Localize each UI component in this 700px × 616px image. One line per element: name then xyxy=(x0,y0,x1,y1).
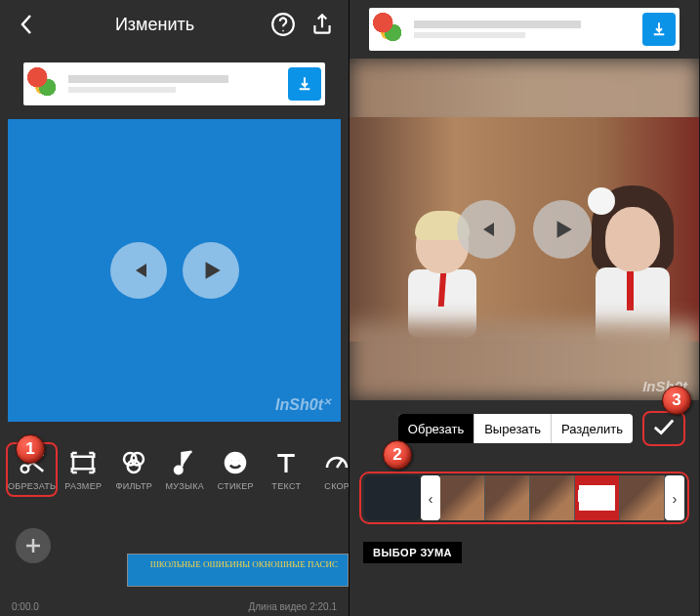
play-button[interactable] xyxy=(183,242,239,299)
ad-banner[interactable] xyxy=(369,8,679,51)
play-button[interactable] xyxy=(533,200,592,259)
annotation-badge-2: 2 xyxy=(383,440,412,470)
trim-clips[interactable]: ЕЛАЙ С xyxy=(440,475,665,520)
help-icon[interactable] xyxy=(270,12,296,37)
ad-download-button[interactable] xyxy=(642,13,676,46)
svg-point-7 xyxy=(128,461,141,473)
timeline[interactable]: ШКОЛЬНЫЕ ОШИБИНЫ ОКНОШНЫЕ ПАСИС xyxy=(0,554,349,593)
timeline-footer: 0:00.0 Длина видео 2:20.1 xyxy=(0,601,349,612)
segment-cut[interactable]: Вырезать xyxy=(474,414,552,443)
editor-main-screen: Изменить InSh0t✕ ОБРЕЗАТЬ xyxy=(0,0,350,616)
ad-text xyxy=(68,75,282,93)
svg-point-8 xyxy=(225,452,247,474)
segment-split[interactable]: Разделить xyxy=(552,414,633,443)
video-preview[interactable]: InSh0t✕ xyxy=(8,119,341,422)
tool-filter[interactable]: ФИЛЬТР xyxy=(108,448,159,491)
text-icon xyxy=(271,448,301,477)
video-preview[interactable]: InSh0t xyxy=(350,59,699,400)
music-note-icon xyxy=(170,448,199,477)
svg-point-3 xyxy=(21,466,28,473)
zoom-select-label[interactable]: ВЫБОР ЗУМА xyxy=(363,542,462,563)
ad-banner[interactable] xyxy=(23,62,325,105)
tool-text[interactable]: ТЕКСТ xyxy=(261,448,311,491)
trim-mode-segment: Обрезать Вырезать Разделить xyxy=(398,414,633,443)
annotation-badge-1: 1 xyxy=(16,434,45,464)
trim-timeline[interactable]: ‹ ЕЛАЙ С › xyxy=(359,472,689,524)
speed-gauge-icon xyxy=(322,448,349,477)
ad-download-button[interactable] xyxy=(288,67,321,101)
share-icon[interactable] xyxy=(309,12,335,37)
top-bar: Изменить xyxy=(0,0,349,49)
filter-icon xyxy=(119,448,148,477)
tool-speed[interactable]: СКОР xyxy=(311,448,349,491)
tool-sticker[interactable]: СТИКЕР xyxy=(210,448,261,491)
segment-trim[interactable]: Обрезать xyxy=(398,414,474,443)
timeline-clip[interactable]: ШКОЛЬНЫЕ ОШИБИНЫ ОКНОШНЫЕ ПАСИС xyxy=(127,554,349,587)
svg-rect-4 xyxy=(73,457,93,470)
confirm-button[interactable] xyxy=(642,411,685,446)
trim-handle-left[interactable]: ‹ xyxy=(421,475,440,520)
back-button[interactable] xyxy=(14,12,39,37)
ad-logo-icon xyxy=(27,67,61,101)
svg-point-10 xyxy=(238,459,241,462)
timeline-caption-overlay: ШКОЛЬНЫЕ ОШИБИНЫ ОКНОШНЫЕ ПАСИС xyxy=(150,560,338,569)
svg-point-9 xyxy=(230,459,233,462)
svg-point-1 xyxy=(282,30,284,32)
annotation-badge-3: 3 xyxy=(662,386,691,415)
trim-handle-right[interactable]: › xyxy=(665,475,684,520)
clip-sign-text: ЕЛАЙ С xyxy=(578,490,613,502)
prev-frame-button[interactable] xyxy=(110,242,167,299)
time-start: 0:00.0 xyxy=(12,601,39,612)
editor-toolbar: ОБРЕЗАТЬ РАЗМЕР ФИЛЬТР МУЗЫКА СТИКЕР ТЕК… xyxy=(0,437,349,502)
sticker-smile-icon xyxy=(221,448,250,477)
tool-music[interactable]: МУЗЫКА xyxy=(159,448,210,491)
watermark[interactable]: InSh0t✕ xyxy=(275,396,331,414)
duration-label: Длина видео 2:20.1 xyxy=(249,601,338,612)
screen-title: Изменить xyxy=(115,15,194,35)
canvas-size-icon xyxy=(68,448,98,477)
trim-screen: InSh0t Обрезать Вырезать Разделить ‹ ЕЛА… xyxy=(350,0,699,616)
ad-text xyxy=(414,21,637,38)
trim-blank-left xyxy=(364,475,421,520)
prev-frame-button[interactable] xyxy=(457,200,515,259)
ad-logo-icon xyxy=(373,13,406,46)
tool-canvas[interactable]: РАЗМЕР xyxy=(58,448,108,491)
